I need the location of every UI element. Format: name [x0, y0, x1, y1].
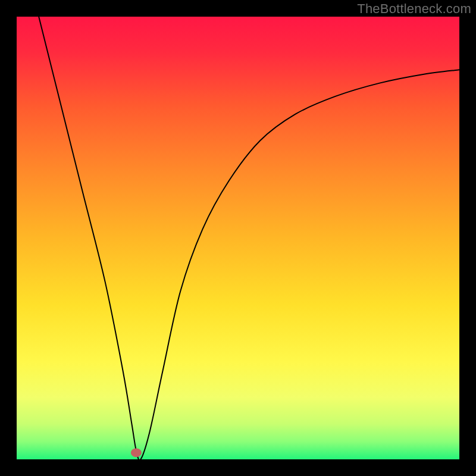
watermark-text: TheBottleneck.com — [357, 1, 471, 17]
chart-svg — [17, 17, 459, 459]
gradient-rect — [17, 17, 459, 459]
minimum-marker — [131, 448, 142, 457]
chart-container: TheBottleneck.com — [0, 0, 476, 476]
plot-area — [17, 17, 459, 459]
